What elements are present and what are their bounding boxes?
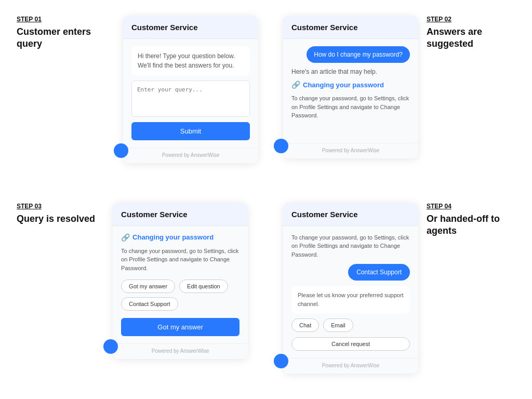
step-03-widget-wrapper: Customer Service 🔗 Changing your passwor…: [103, 203, 248, 360]
step-02-header: Customer Service: [283, 16, 418, 39]
step-01-footer: Powered by AnswerWise: [123, 148, 258, 163]
step-02-widget-wrapper: Customer Service How do I change my pass…: [274, 16, 418, 158]
step-03-article-desc: To change your password, go to Settings,…: [121, 247, 240, 273]
step-03-num: STEP 03: [17, 203, 95, 210]
link-icon: 🔗: [291, 81, 300, 89]
step-02-widget: Customer Service How do I change my pass…: [283, 16, 418, 158]
step-02-article-desc: To change your password, go to Settings,…: [291, 94, 410, 120]
cancel-request-button[interactable]: Cancel request: [291, 337, 410, 351]
step-02-title: Customer Service: [291, 23, 358, 32]
contact-support-outline-button[interactable]: Contact Support: [121, 297, 178, 311]
step-03-desc: Query is resolved: [17, 213, 95, 225]
step-04-footer: Powered by AnswerWise: [283, 358, 418, 374]
got-my-answer-primary-button[interactable]: Got my answer: [121, 318, 240, 336]
contact-support-button[interactable]: Contact Support: [348, 264, 410, 281]
step-04-channel-buttons: Chat Email: [291, 318, 410, 332]
step-03-indicator: [103, 339, 118, 354]
step-04-header: Customer Service: [283, 203, 418, 226]
step-01-cell: STEP 01 Customer enters query Customer S…: [17, 16, 258, 187]
step-01-num: STEP 01: [17, 16, 105, 23]
step-03-article-link-text: Changing your password: [132, 233, 214, 241]
step-02-body: How do I change my password? Here's an a…: [283, 39, 418, 143]
step-01-title: Customer Service: [131, 23, 198, 32]
step-04-num: STEP 04: [427, 203, 451, 210]
step-04-widget-wrapper: Customer Service To change your password…: [274, 203, 418, 374]
step-04-desc: Or handed-off to agents: [427, 213, 515, 237]
step-03-header: Customer Service: [113, 203, 248, 226]
step-01-body: Hi there! Type your question below. We'l…: [123, 39, 258, 148]
step-04-body: To change your password, go to Settings,…: [283, 226, 418, 358]
step-03-footer: Powered by AnswerWise: [113, 343, 248, 359]
step-02-suggest-text: Here's an article that may help.: [291, 68, 410, 75]
edit-question-button[interactable]: Edit question: [179, 280, 228, 293]
email-button[interactable]: Email: [323, 318, 353, 332]
step-03-body: 🔗 Changing your password To change your …: [113, 226, 248, 344]
step-02-cell: STEP 02 Answers are suggested Customer S…: [274, 16, 515, 187]
step-04-cell: STEP 04 Or handed-off to agents Customer…: [274, 203, 515, 374]
step-02-desc: Answers are suggested: [427, 26, 515, 50]
main-grid: STEP 01 Customer enters query Customer S…: [17, 16, 515, 374]
step-01-desc: Customer enters query: [17, 26, 105, 50]
step-01-header: Customer Service: [123, 16, 258, 39]
step-04-widget: Customer Service To change your password…: [283, 203, 418, 374]
step-01-widget-wrapper: Customer Service Hi there! Type your que…: [114, 16, 258, 163]
link-icon-2: 🔗: [121, 233, 130, 242]
step-03-label-area: STEP 03 Query is resolved: [17, 203, 95, 225]
step-03-title: Customer Service: [121, 210, 188, 219]
step-02-footer: Powered by AnswerWise: [283, 143, 418, 158]
chat-button[interactable]: Chat: [291, 318, 319, 332]
step-01-label-area: STEP 01 Customer enters query: [17, 16, 105, 50]
step-04-article-desc: To change your password, go to Settings,…: [291, 233, 410, 259]
step-02-article-link[interactable]: 🔗 Changing your password: [291, 81, 410, 89]
query-input[interactable]: [131, 81, 250, 117]
step-01-widget: Customer Service Hi there! Type your que…: [123, 16, 258, 163]
step-03-action-buttons: Got my answer Edit question Contact Supp…: [121, 280, 240, 311]
step-03-article-link[interactable]: 🔗 Changing your password: [121, 233, 240, 242]
step-01-intro: Hi there! Type your question below. We'l…: [131, 46, 250, 75]
step-02-article-link-text: Changing your password: [303, 81, 384, 89]
step-01-indicator: [114, 143, 128, 158]
step-04-title: Customer Service: [291, 210, 358, 219]
step-02-query-bubble: How do I change my password?: [307, 46, 410, 63]
step-02-label-area: STEP 02 Answers are suggested: [427, 16, 515, 50]
step-04-label-area: STEP 04 Or handed-off to agents: [427, 203, 515, 237]
step-02-num: STEP 02: [427, 16, 451, 23]
step-03-cell: STEP 03 Query is resolved Customer Servi…: [17, 203, 258, 374]
step-04-indicator: [274, 354, 288, 368]
submit-button[interactable]: Submit: [131, 122, 250, 140]
step-02-indicator: [274, 139, 288, 153]
step-03-widget: Customer Service 🔗 Changing your passwor…: [113, 203, 248, 360]
step-04-support-msg: Please let us know your preferred suppor…: [291, 286, 410, 313]
got-my-answer-button[interactable]: Got my answer: [121, 280, 175, 293]
